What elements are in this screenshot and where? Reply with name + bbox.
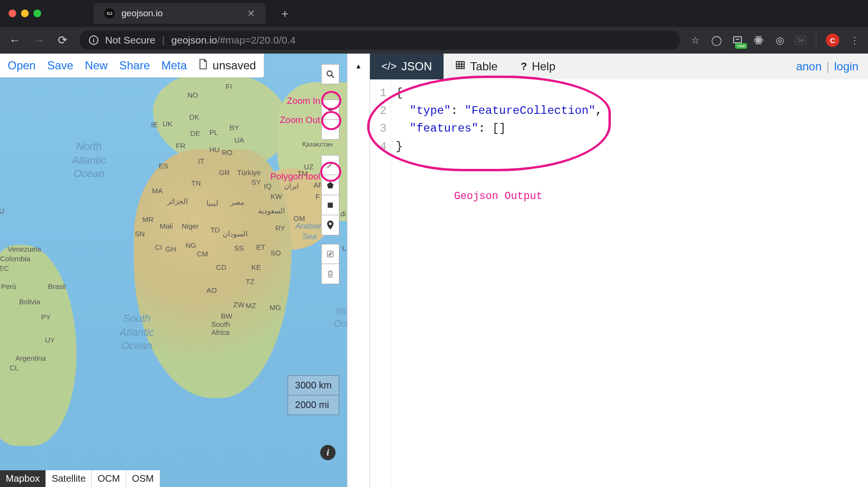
tab-json[interactable]: </> JSON <box>370 54 444 79</box>
country-label: السودان <box>223 230 248 238</box>
polygon-tool-button[interactable] <box>321 175 339 195</box>
star-icon[interactable]: ☆ <box>690 34 701 46</box>
new-tab-button[interactable]: ＋ <box>279 6 291 21</box>
country-label: مصر <box>230 198 244 207</box>
window-minimize-icon[interactable] <box>21 10 29 17</box>
svg-line-6 <box>331 75 334 77</box>
extension-react-icon[interactable] <box>753 34 764 46</box>
country-label: الجزائر <box>167 197 188 206</box>
country-label: SY <box>251 178 261 186</box>
rectangle-tool-button[interactable] <box>321 195 339 215</box>
country-label: FR <box>176 142 185 150</box>
meta-button[interactable]: Meta <box>161 59 186 72</box>
country-label: RY <box>275 224 285 232</box>
back-button[interactable]: ← <box>8 33 22 47</box>
svg-rect-12 <box>456 62 465 69</box>
country-label: di <box>340 210 346 218</box>
country-label: IE <box>151 121 158 129</box>
country-label: MR <box>142 215 153 223</box>
extension-circle-icon[interactable]: ◯ <box>711 34 722 46</box>
map-pane[interactable]: NorthAtlanticOcean SouthAtlanticOcean Ar… <box>0 54 347 487</box>
country-label: PL <box>209 128 218 136</box>
open-button[interactable]: Open <box>8 59 36 72</box>
map-tools: ＋ − <box>321 64 339 284</box>
extension-translate-icon[interactable]: new <box>732 34 743 46</box>
ocean-label: IndOce <box>334 305 347 330</box>
share-button[interactable]: Share <box>119 59 150 72</box>
country-label: ایران <box>284 182 299 190</box>
login-link[interactable]: login <box>834 60 858 73</box>
new-button[interactable]: New <box>85 59 108 72</box>
edit-tool-button[interactable] <box>321 244 339 264</box>
tab-help[interactable]: ? Help <box>509 54 567 79</box>
marker-tool-button[interactable] <box>321 215 339 235</box>
panel-divider[interactable]: ▲ <box>347 54 370 487</box>
editor-gutter: 1 2 3 4 <box>370 79 391 487</box>
country-label: KW <box>271 192 282 200</box>
country-label: KE <box>251 263 261 271</box>
table-icon <box>455 60 466 73</box>
editor-code[interactable]: { "type": "FeatureCollection", "features… <box>391 79 602 487</box>
country-label: SouthAfrica <box>211 321 230 336</box>
svg-point-5 <box>327 71 332 76</box>
user-status: anon | login <box>796 60 868 73</box>
ocean-label: ArabianSea <box>295 221 324 242</box>
code-icon: </> <box>381 60 397 73</box>
delete-tool-button[interactable] <box>321 264 339 284</box>
anon-link[interactable]: anon <box>796 60 822 73</box>
search-button[interactable] <box>321 64 339 84</box>
tab-table[interactable]: Table <box>444 54 509 79</box>
profile-avatar[interactable]: C <box>826 33 839 47</box>
country-label: DK <box>189 113 199 121</box>
country-label: Türkiye <box>237 168 260 177</box>
basemap-satellite[interactable]: Satellite <box>46 470 92 487</box>
site-info-icon[interactable]: i <box>89 35 98 45</box>
basemap-mapbox[interactable]: Mapbox <box>0 470 46 487</box>
forward-button[interactable]: → <box>32 33 46 47</box>
collapse-caret-icon[interactable]: ▲ <box>355 62 362 70</box>
country-label: Venezuela <box>8 245 41 253</box>
zoom-out-button[interactable]: − <box>321 120 339 140</box>
country-label: HU <box>209 145 220 154</box>
info-button[interactable]: i <box>320 445 336 460</box>
scale-mi: 2000 mi <box>288 396 338 414</box>
url-divider: | <box>162 34 164 46</box>
country-label: Bolivia <box>19 298 40 306</box>
url-bar[interactable]: i Not Secure | geojson.io/#map=2/20.0/0.… <box>79 31 680 50</box>
address-bar-row: ← → ⟳ i Not Secure | geojson.io/#map=2/2… <box>0 27 868 54</box>
ocean-label: SouthAtlanticOcean <box>119 312 154 353</box>
country-label: BW <box>221 312 232 320</box>
line-tool-button[interactable] <box>321 155 339 175</box>
basemap-ocm[interactable]: OCM <box>92 470 126 487</box>
basemap-switcher: Mapbox Satellite OCM OSM <box>0 470 160 487</box>
country-label: IT <box>198 157 204 165</box>
svg-point-1 <box>758 39 760 41</box>
basemap-osm[interactable]: OSM <box>126 470 160 487</box>
extension-se-icon[interactable]: Se <box>795 36 806 44</box>
reload-button[interactable]: ⟳ <box>55 33 70 47</box>
country-label: NO <box>187 91 198 99</box>
tab-close-icon[interactable]: ✕ <box>247 8 255 19</box>
country-label: Niger <box>182 222 199 230</box>
country-label: FI <box>226 82 232 90</box>
window-close-icon[interactable] <box>9 10 16 17</box>
extension-target-icon[interactable]: ◎ <box>774 34 785 46</box>
svg-point-10 <box>329 222 331 225</box>
country-label: ليبيا <box>206 199 218 208</box>
extension-badge: new <box>735 43 747 49</box>
help-icon: ? <box>521 60 527 73</box>
browser-menu-icon[interactable]: ⋮ <box>849 34 860 46</box>
country-label: GH <box>165 245 176 253</box>
country-label: TN <box>191 179 201 187</box>
svg-line-7 <box>327 162 333 168</box>
save-button[interactable]: Save <box>47 59 74 72</box>
app-toolbar: Open Save New Share Meta unsaved <box>0 54 264 77</box>
scale-km: 3000 km <box>288 376 338 396</box>
country-label: NG <box>185 241 196 249</box>
country-label: Brasil <box>48 282 66 290</box>
window-maximize-icon[interactable] <box>33 10 41 17</box>
browser-tab[interactable]: GJ geojson.io ✕ <box>94 3 266 24</box>
zoom-in-button[interactable]: ＋ <box>321 100 339 120</box>
json-editor[interactable]: 1 2 3 4 { "type": "FeatureCollection", "… <box>370 79 868 487</box>
country-label: L <box>342 244 346 252</box>
